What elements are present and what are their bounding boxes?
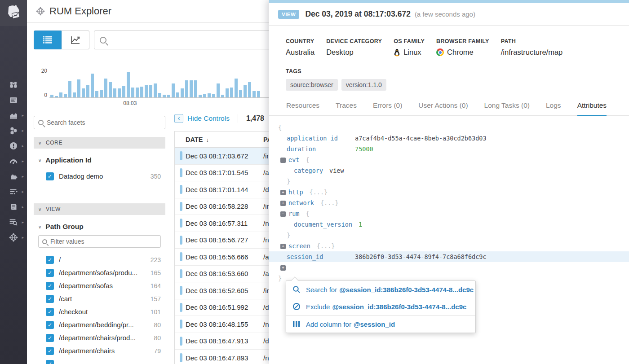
histogram-bar[interactable] [172, 83, 175, 97]
expand-icon[interactable]: + [280, 201, 286, 206]
attr-key[interactable]: screen [288, 242, 310, 250]
histogram-bar[interactable] [181, 88, 184, 97]
list-view-button[interactable] [34, 31, 62, 49]
histogram-bar[interactable] [190, 80, 193, 97]
facet-value-row[interactable]: ✓ /department/chairs 79 [34, 344, 165, 357]
sidebar-item-integrations[interactable]: ▸ [0, 169, 27, 184]
tab-logs[interactable]: Logs [546, 101, 561, 116]
histogram-bar[interactable] [212, 94, 215, 97]
histogram-bar[interactable] [140, 87, 143, 97]
attr-line-document_version[interactable]: document_version1 [269, 219, 629, 230]
histogram-bar[interactable] [230, 88, 233, 97]
attr-line-network[interactable]: +network{...} [269, 197, 629, 208]
facet-value-row[interactable]: ✓ [34, 357, 165, 364]
attr-line-duration[interactable]: duration75000 [269, 144, 629, 154]
facet-value-row[interactable]: ✓ /cart 157 [34, 292, 165, 305]
attr-line-evt[interactable]: −evt{ [269, 154, 629, 165]
histogram-bar[interactable] [77, 79, 80, 97]
menu-item-search-for[interactable]: Search for@session_id:386b26f0-3d53-4474… [286, 281, 475, 298]
histogram-bar[interactable] [64, 94, 67, 97]
facet-value-row[interactable]: ✓ / 223 [34, 253, 165, 266]
histogram-bar[interactable] [239, 90, 242, 97]
histogram-bar[interactable] [252, 91, 256, 97]
facet-path-group[interactable]: ∨ Path Group [34, 223, 165, 231]
histogram-bar[interactable] [109, 82, 112, 97]
histogram-bar[interactable] [68, 81, 71, 97]
histogram-bar[interactable] [82, 88, 85, 97]
attr-line-http[interactable]: +http{...} [269, 187, 629, 197]
checkbox-checked[interactable]: ✓ [46, 360, 54, 364]
attr-line-punct[interactable]: + [269, 262, 629, 273]
histogram-bar[interactable] [217, 83, 220, 97]
histogram-bar[interactable] [131, 88, 134, 97]
checkbox-checked[interactable]: ✓ [46, 256, 54, 264]
attr-key[interactable]: document_version [294, 221, 352, 228]
facet-search-input[interactable] [47, 119, 165, 126]
facet-value-row[interactable]: ✓ /department/chairs/prod... 80 [34, 331, 165, 344]
facet-search-box[interactable] [34, 116, 165, 129]
timeseries-view-button[interactable] [62, 31, 89, 49]
attr-key[interactable]: rum [288, 210, 299, 217]
histogram-bar[interactable] [149, 85, 152, 97]
histogram-bar[interactable] [158, 93, 161, 97]
column-header-date[interactable]: DATE↓ [186, 136, 209, 143]
attr-value[interactable]: 75000 [355, 145, 373, 153]
facet-value-row[interactable]: ✓ Datadog demo 350 [34, 170, 165, 183]
checkbox-checked[interactable]: ✓ [46, 334, 54, 342]
sidebar-item-events[interactable] [0, 92, 27, 108]
checkbox-checked[interactable]: ✓ [46, 282, 54, 290]
histogram-bar[interactable] [235, 79, 238, 97]
histogram-bar[interactable] [127, 72, 130, 97]
attr-value[interactable]: view [329, 167, 344, 174]
sidebar-item-metrics[interactable]: ▸ [0, 153, 27, 169]
sidebar-item-notebooks[interactable]: ▸ [0, 199, 27, 215]
datadog-logo[interactable] [0, 0, 27, 26]
sidebar-item-logs[interactable]: ▸ [0, 215, 27, 230]
histogram-bar[interactable] [185, 80, 188, 97]
histogram-bar[interactable] [176, 92, 179, 97]
collapse-icon[interactable]: − [280, 211, 286, 217]
histogram-bar[interactable] [50, 95, 53, 97]
facet-value-row[interactable]: ✓ /department/bedding/pr... 80 [34, 318, 165, 331]
tab-attributes[interactable]: Attributes [577, 101, 607, 116]
facet-value-row[interactable]: ✓ /department/sofas 164 [34, 279, 165, 292]
attr-key[interactable]: category [294, 167, 323, 174]
expand-icon[interactable]: + [280, 244, 286, 249]
sidebar-item-monitors[interactable]: ▸ [0, 138, 27, 153]
sidebar-item-apm[interactable]: ▸ [0, 184, 27, 199]
facet-filter-input[interactable] [50, 238, 160, 245]
histogram-bar[interactable] [136, 88, 139, 97]
histogram-bar[interactable] [199, 95, 202, 97]
facet-application-id[interactable]: ∨ Application Id [34, 156, 165, 164]
attr-value[interactable]: 386b26f0-3d53-4474-89f4-7c8a68f6dc9c [355, 253, 487, 260]
histogram-bar[interactable] [248, 82, 251, 97]
tab-errors[interactable]: Errors (0) [373, 101, 402, 116]
checkbox-checked[interactable]: ✓ [46, 321, 54, 329]
sidebar-item-watchdog[interactable] [0, 77, 27, 92]
histogram-bar[interactable] [226, 88, 229, 97]
histogram-bar[interactable] [208, 93, 211, 97]
histogram-bar[interactable] [73, 92, 76, 97]
attr-line-session_id[interactable]: session_id386b26f0-3d53-4474-89f4-7c8a68… [269, 251, 629, 262]
collapse-controls-icon[interactable]: ‹ [174, 114, 183, 123]
histogram-bar[interactable] [86, 85, 89, 97]
attr-value[interactable]: 1 [359, 221, 362, 228]
attr-key[interactable]: http [288, 189, 303, 196]
tab-traces[interactable]: Traces [336, 101, 357, 116]
expand-icon[interactable]: + [280, 190, 286, 195]
facet-section-core[interactable]: ∨ CORE [34, 137, 165, 149]
attr-line-screen[interactable]: +screen{...} [269, 241, 629, 251]
tab-resources[interactable]: Resources [286, 101, 319, 116]
histogram-bar[interactable] [55, 96, 58, 97]
attr-key[interactable]: session_id [287, 251, 349, 262]
facet-filter-box[interactable] [38, 235, 161, 248]
histogram-bar[interactable] [244, 85, 247, 97]
checkbox-checked[interactable]: ✓ [46, 172, 54, 180]
histogram-bar[interactable] [221, 95, 224, 97]
attr-key[interactable]: network [288, 199, 314, 206]
tab-long-tasks[interactable]: Long Tasks (0) [484, 101, 530, 116]
facet-section-view[interactable]: ∨ VIEW [34, 203, 165, 215]
attr-key[interactable]: application_id [287, 133, 349, 144]
checkbox-checked[interactable]: ✓ [46, 308, 54, 316]
attr-key[interactable]: duration [287, 144, 349, 154]
